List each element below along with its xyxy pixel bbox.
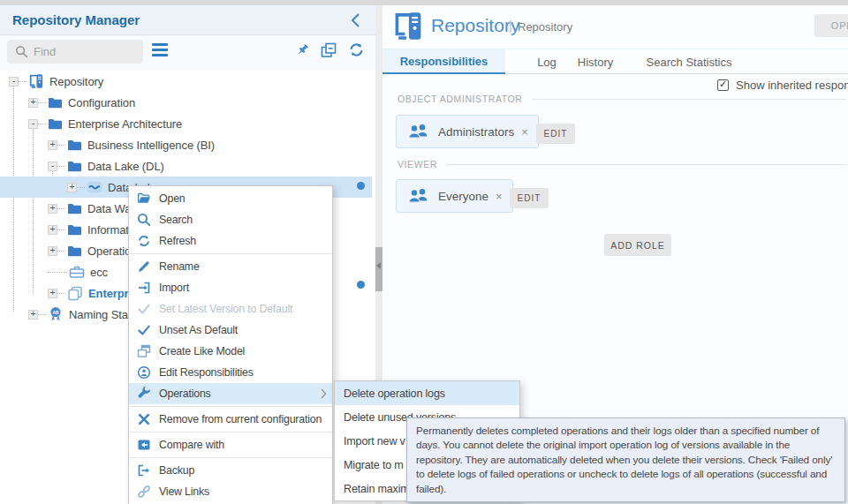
pin-icon[interactable] [293, 41, 311, 59]
tree-stub [38, 102, 46, 103]
tab-search-statistics[interactable]: Search Statistics [641, 49, 737, 74]
menu-icon[interactable] [152, 43, 168, 56]
edit-object-administrator-button[interactable]: EDIT [536, 124, 575, 144]
menu-item-set-latest-version-default[interactable]: Set Latest Version to Default [129, 298, 332, 320]
role-chip-everyone: Everyone × [396, 179, 513, 213]
remove-role-icon[interactable]: × [496, 190, 503, 203]
menu-item-search[interactable]: Search [129, 209, 332, 230]
server-icon [28, 73, 44, 89]
expand-expander[interactable]: + [28, 98, 38, 108]
role-chip-label: Everyone [438, 190, 488, 203]
menu-item-open[interactable]: Open [129, 188, 332, 209]
folder-icon [67, 244, 82, 258]
collapse-expander[interactable]: - [9, 77, 19, 87]
title-separator: | [509, 18, 512, 33]
menu-item-unset-as-default[interactable]: Unset As Default [129, 320, 332, 341]
menu-item-rename[interactable]: Rename [129, 256, 332, 277]
check-icon [137, 323, 151, 337]
check-icon [137, 302, 151, 316]
left-panel-title: Repository Manager [12, 12, 140, 27]
section-rule [532, 99, 846, 100]
menu-item-label: Open [159, 192, 186, 205]
open-icon [137, 192, 151, 206]
tree-item-enterprise-architecture[interactable]: - Enterprise Architecture [0, 113, 372, 134]
expand-expander[interactable]: + [48, 289, 57, 298]
tree-item-configuration[interactable]: + Configuration [0, 92, 372, 113]
tab-log[interactable]: Log [528, 49, 565, 74]
pencil-icon [137, 260, 151, 274]
menu-item-label: Import [159, 282, 189, 294]
left-panel-toolbar [0, 35, 375, 71]
submenu-arrow-icon [321, 388, 327, 399]
menu-item-label: Unset As Default [159, 324, 238, 336]
menu-item-operations[interactable]: Operations [129, 383, 332, 404]
tree-stub [57, 166, 65, 167]
svg-text:AB: AB [52, 310, 59, 315]
show-inherited-checkbox[interactable]: ✓ [717, 79, 729, 91]
menu-item-label: Rename [159, 260, 200, 273]
submenu-item-delete-operation-logs[interactable]: Delete operation logs [335, 381, 519, 405]
tree-stub [38, 314, 46, 315]
role-chip-label: Administrators [438, 125, 514, 139]
section-rule [446, 164, 846, 165]
folder-icon [48, 117, 63, 131]
expand-expander[interactable]: + [48, 140, 57, 150]
folder-icon [67, 139, 82, 152]
repository-server-icon [392, 10, 424, 42]
menu-separator [129, 406, 332, 407]
wrench-icon [137, 387, 151, 401]
menu-item-edit-responsibilities[interactable]: Edit Responsibilities [129, 362, 332, 383]
menu-item-label: Create Like Model [159, 345, 245, 357]
menu-item-compare-with[interactable]: Compare with [129, 434, 332, 455]
expand-expander[interactable]: + [48, 246, 57, 256]
tree-stub [57, 293, 65, 294]
show-inherited-label: Show inherited responsibilities [736, 79, 848, 92]
data-lake-model-icon [87, 180, 102, 194]
page-subtitle: Repository [518, 20, 572, 34]
menu-item-refresh[interactable]: Refresh [129, 230, 332, 252]
edit-viewer-button[interactable]: EDIT [510, 188, 549, 208]
tree-stub [77, 187, 85, 188]
folder-icon [48, 96, 63, 109]
tree-item-repository[interactable]: - Repository [0, 71, 372, 92]
expand-expander[interactable]: + [48, 225, 57, 235]
tree-stub [57, 208, 65, 209]
section-label: VIEWER [398, 159, 437, 169]
menu-item-view-links[interactable]: View Links [129, 481, 332, 502]
menu-item-remove-from-configuration[interactable]: Remove from current configuration [129, 409, 332, 430]
tab-history[interactable]: History [574, 49, 617, 74]
links-chain-icon [137, 485, 151, 499]
find-box [7, 40, 143, 64]
menu-item-label: Search [159, 214, 193, 226]
menu-item-create-like-model[interactable]: Create Like Model [129, 341, 332, 362]
award-icon: AB [48, 306, 64, 322]
collapse-expander[interactable]: - [48, 162, 57, 171]
open-button[interactable]: OPEN [814, 14, 848, 37]
expand-expander[interactable]: + [67, 183, 77, 192]
tree-item-label: Configuration [68, 96, 135, 109]
menu-separator [129, 457, 332, 458]
group-users-icon [406, 123, 430, 140]
cascade-windows-icon[interactable] [321, 42, 338, 60]
expand-expander[interactable]: + [28, 310, 38, 320]
x-icon [137, 412, 151, 426]
find-input[interactable] [7, 40, 143, 64]
splitter-grip[interactable] [375, 247, 382, 291]
layers-icon [67, 286, 83, 301]
add-role-button[interactable]: ADD ROLE [604, 234, 671, 256]
menu-item-backup[interactable]: Backup [129, 460, 332, 481]
tab-responsibilities[interactable]: Responsibilities [382, 49, 505, 74]
app: Repository Manager [0, 0, 848, 504]
remove-role-icon[interactable]: × [521, 125, 528, 139]
show-inherited-row: ✓ Show inherited responsibilities [717, 79, 848, 92]
menu-item-label: Refresh [159, 235, 196, 247]
folder-icon [67, 223, 82, 237]
tree-item-data-lake-folder[interactable]: - Data Lake (DL) [0, 155, 372, 177]
expand-expander[interactable]: + [48, 204, 57, 214]
collapse-panel-icon[interactable] [348, 12, 364, 28]
notification-dot [357, 182, 365, 190]
collapse-expander[interactable]: - [28, 119, 38, 129]
refresh-icon[interactable] [348, 41, 366, 59]
menu-item-import[interactable]: Import [129, 277, 332, 298]
tree-item-business-intelligence[interactable]: + Business Intelligence (BI) [0, 134, 372, 155]
